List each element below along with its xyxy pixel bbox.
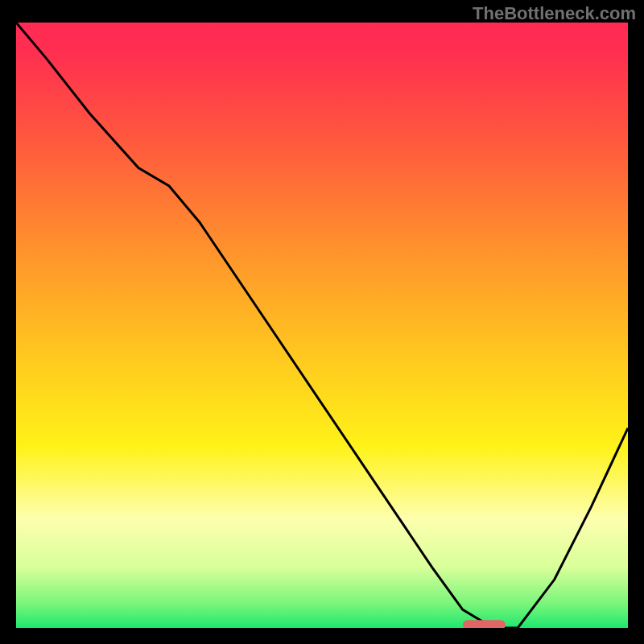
- bottleneck-chart: [16, 23, 628, 628]
- chart-svg: [16, 23, 628, 628]
- optimal-marker: [463, 620, 506, 628]
- plot-background: [16, 23, 628, 628]
- watermark-text: TheBottleneck.com: [473, 3, 636, 24]
